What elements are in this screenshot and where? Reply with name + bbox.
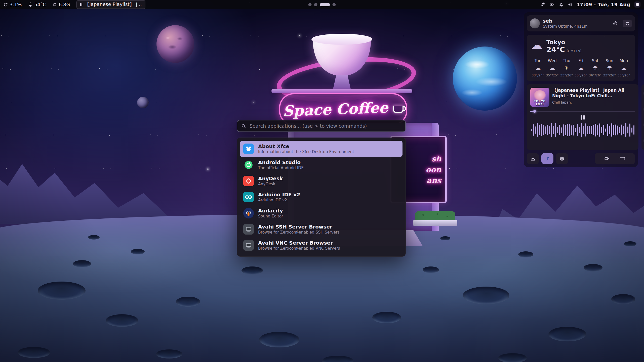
seek-thumb[interactable] — [533, 110, 536, 113]
weather-cloud-icon: ☁ — [531, 39, 542, 51]
result-row-avahi-vnc[interactable]: Avahi VNC Server Browser Browse for Zero… — [240, 237, 403, 253]
now-playing-widget[interactable]: 【Japanese Playlist】 J... — [76, 0, 145, 9]
forecast-day: Fri 35°/26° — [574, 58, 588, 77]
now-playing-label: 【Japanese Playlist】 J... — [85, 1, 142, 8]
search-input[interactable] — [249, 123, 401, 129]
result-subtitle: Browse for Zeroconf-enabled VNC Servers — [258, 246, 340, 251]
pause-button[interactable] — [530, 115, 635, 120]
window-neon-text: oon — [426, 165, 441, 174]
wrench-icon[interactable] — [541, 2, 545, 7]
result-row-avahi-ssh[interactable]: Avahi SSH Server Browser Browse for Zero… — [240, 221, 403, 237]
result-subtitle: The official Android IDE — [258, 166, 304, 170]
sidebar-panel: seb System Uptime: 4h11m ☁ Tokyo — [524, 12, 638, 167]
results-list: About Xfce Information about the Xfce De… — [237, 138, 406, 257]
status-tray: 17:09 - Tue, 19 Aug — [541, 2, 640, 8]
dashboard-button[interactable] — [527, 153, 539, 164]
result-row-audacity[interactable]: Audacity Sound Editor — [240, 205, 403, 221]
result-row-about-xfce[interactable]: About Xfce Information about the Xfce De… — [240, 141, 403, 157]
speedometer-icon — [530, 156, 535, 161]
cpu-load-icon — [4, 3, 8, 7]
cpu-value: 3.1% — [10, 2, 22, 7]
anydesk-icon — [243, 176, 254, 186]
network-button[interactable] — [556, 153, 568, 164]
bell-icon[interactable] — [559, 2, 564, 7]
music-player-card: TOKYO LOFI 【Japanese Playlist】 Japan All… — [527, 84, 638, 150]
forecast-weather-icon — [545, 65, 559, 71]
music-tab-button[interactable]: ♪ — [541, 153, 553, 164]
top-panel: 3.1% 54°C 6.8G 【Japanese Playlist】 J... — [0, 0, 644, 9]
result-title: Android Studio — [258, 160, 304, 165]
disk-gauge: 24% — [641, 135, 644, 147]
screen-record-button[interactable] — [604, 156, 610, 161]
power-icon — [625, 21, 630, 26]
album-art: TOKYO LOFI — [530, 88, 549, 107]
track-artist: Chill Japan. — [552, 100, 635, 104]
app-grid-icon[interactable] — [634, 2, 640, 8]
result-title: Avahi VNC Server Browser — [258, 240, 340, 246]
forecast-day: Sat 36°/26° — [588, 58, 602, 77]
result-subtitle: Sound Editor — [258, 214, 283, 218]
workspace-dot-4[interactable] — [333, 3, 336, 6]
forecast-weather-icon — [588, 65, 602, 71]
planter-box — [413, 220, 457, 226]
temperature-value: 54°C — [34, 2, 46, 7]
globe-icon — [559, 156, 565, 161]
avatar — [530, 18, 540, 28]
search-bar[interactable] — [237, 120, 406, 132]
result-subtitle: Arduino IDE v2 — [258, 198, 300, 202]
result-row-anydesk[interactable]: AnyDesk AnyDesk — [240, 173, 403, 189]
forecast-day: Mon 33°/26° — [617, 58, 631, 77]
result-title: Avahi SSH Server Browser — [258, 224, 340, 230]
dock-right-group — [595, 153, 635, 164]
forecast-weather-icon — [574, 65, 588, 71]
neon-sign-text: Space Coffee — [283, 99, 388, 120]
arduino-icon — [243, 192, 254, 202]
monitor-icon — [243, 224, 254, 235]
track-title: 【Japanese Playlist】 Japan All Night - To… — [552, 88, 635, 99]
window-neon-text: ans — [427, 176, 441, 185]
forecast-weather-icon — [531, 65, 545, 71]
temperature-indicator[interactable]: 54°C — [28, 2, 46, 7]
workspace-active-pill[interactable] — [320, 3, 330, 6]
audacity-icon — [243, 208, 254, 218]
system-stats-column: 3.1% 54°C 14% — [641, 84, 644, 150]
forecast-day: Thu 33°/26° — [559, 58, 574, 77]
cpu-gauge: 3.1% — [641, 87, 644, 99]
audio-waveform — [530, 122, 635, 138]
result-row-android-studio[interactable]: Android Studio The official Android IDE — [240, 157, 403, 173]
temperature-gauge: 54°C — [641, 103, 644, 115]
volume-icon[interactable] — [568, 2, 572, 7]
search-icon — [241, 124, 246, 128]
memory-gauge: 14% — [641, 119, 644, 131]
result-title: About Xfce — [258, 144, 354, 149]
monitor-icon — [243, 240, 254, 251]
forecast-weather-icon — [602, 65, 617, 71]
forecast-weather-icon — [617, 65, 631, 71]
cpu-indicator[interactable]: 3.1% — [4, 2, 22, 7]
memory-indicator[interactable]: 6.8G — [53, 2, 70, 7]
gear-icon — [613, 21, 618, 26]
seek-bar[interactable] — [530, 111, 635, 112]
power-button[interactable] — [623, 20, 632, 27]
forecast-row: Tue 33°/24° Wed 35°/25° Thu 33°/26° Fri — [531, 58, 631, 77]
user-card: seb System Uptime: 4h11m — [527, 15, 635, 31]
memory-chip-icon — [53, 3, 57, 7]
settings-button[interactable] — [611, 20, 620, 27]
workspace-switcher — [308, 3, 336, 6]
pause-icon — [80, 3, 82, 6]
sidebar-dock: ♪ — [527, 153, 635, 164]
forecast-day: Tue 33°/24° — [531, 58, 545, 77]
forecast-weather-icon — [559, 65, 574, 71]
result-subtitle: Browse for Zeroconf-enabled SSH Servers — [258, 230, 340, 235]
keyboard-button[interactable] — [619, 156, 625, 161]
workspace-dot-2[interactable] — [314, 3, 317, 6]
forecast-day: Sun 33°/26° — [602, 58, 617, 77]
desktop: Space Coffee sh oon ans 3.1% — [0, 0, 644, 362]
workspace-dot-1[interactable] — [308, 3, 312, 6]
result-row-arduino[interactable]: Arduino IDE v2 Arduino IDE v2 — [240, 189, 403, 205]
window-neon-text: sh — [431, 154, 441, 163]
result-title: Arduino IDE v2 — [258, 192, 300, 197]
clock[interactable]: 17:09 - Tue, 19 Aug — [577, 2, 630, 7]
battery-icon[interactable] — [550, 2, 555, 7]
xfce-icon — [243, 144, 254, 154]
